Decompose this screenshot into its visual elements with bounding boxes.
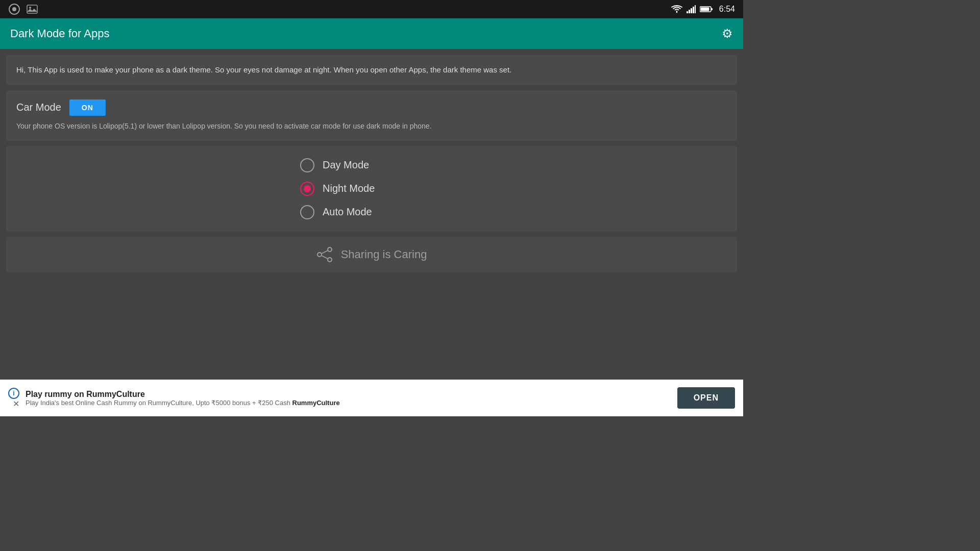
svg-rect-2 <box>27 5 37 13</box>
svg-rect-5 <box>687 11 688 13</box>
svg-line-16 <box>322 251 328 254</box>
auto-mode-label: Auto Mode <box>323 206 372 218</box>
ad-banner: i ✕ Play rummy on RummyCulture Play Indi… <box>0 380 743 416</box>
main-content: Hi, This App is used to make your phone … <box>0 49 743 279</box>
status-bar-right-icons: 6:54 <box>671 5 735 14</box>
night-mode-radio[interactable] <box>300 182 314 196</box>
settings-icon[interactable]: ⚙ <box>722 27 733 41</box>
night-mode-label: Night Mode <box>323 183 375 194</box>
wifi-icon <box>671 5 682 13</box>
ad-description: Play India's best Online Cash Rummy on R… <box>26 399 671 407</box>
auto-mode-radio[interactable] <box>300 205 314 219</box>
ad-open-button[interactable]: OPEN <box>677 387 735 409</box>
svg-point-13 <box>328 247 332 252</box>
svg-rect-9 <box>695 5 696 13</box>
day-mode-radio[interactable] <box>300 158 314 172</box>
mode-selection-card: Day Mode Night Mode Auto Mode <box>6 146 737 232</box>
signal-icon <box>687 5 696 13</box>
svg-rect-11 <box>711 8 713 10</box>
ad-close-icon[interactable]: ✕ <box>13 399 19 409</box>
day-mode-label: Day Mode <box>323 159 369 171</box>
ad-text-area: Play rummy on RummyCulture Play India's … <box>26 390 671 407</box>
auto-mode-option[interactable]: Auto Mode <box>300 205 443 219</box>
night-mode-radio-inner <box>304 185 311 192</box>
status-time: 6:54 <box>719 5 735 14</box>
svg-rect-12 <box>700 8 709 11</box>
ad-brand: RummyCulture <box>292 399 340 407</box>
car-mode-row: Car Mode ON <box>16 99 727 116</box>
car-mode-label: Car Mode <box>16 102 61 113</box>
description-text: Hi, This App is used to make your phone … <box>16 64 727 76</box>
car-mode-card: Car Mode ON Your phone OS version is Lol… <box>6 90 737 141</box>
night-mode-option[interactable]: Night Mode <box>300 182 443 196</box>
app-toolbar: Dark Mode for Apps ⚙ <box>0 18 743 49</box>
status-bar-left-icons <box>8 3 38 15</box>
svg-rect-7 <box>691 8 692 13</box>
ad-info-icon: i <box>8 388 19 399</box>
sharing-text: Sharing is Caring <box>341 248 427 261</box>
description-card: Hi, This App is used to make your phone … <box>6 55 737 85</box>
day-mode-option[interactable]: Day Mode <box>300 158 443 172</box>
car-mode-toggle[interactable]: ON <box>69 99 106 116</box>
svg-marker-4 <box>27 9 37 12</box>
battery-icon <box>700 6 713 13</box>
svg-rect-8 <box>693 7 694 13</box>
share-icon <box>316 247 333 262</box>
svg-point-3 <box>29 7 31 9</box>
app-title: Dark Mode for Apps <box>10 27 109 40</box>
svg-point-14 <box>328 258 332 262</box>
nav-circle-icon <box>8 3 20 15</box>
svg-rect-6 <box>689 10 690 13</box>
svg-point-15 <box>317 253 322 257</box>
status-bar: 6:54 <box>0 0 743 18</box>
image-icon <box>27 5 38 14</box>
svg-point-1 <box>12 7 16 11</box>
sharing-card[interactable]: Sharing is Caring <box>6 237 737 272</box>
ad-title: Play rummy on RummyCulture <box>26 390 671 399</box>
car-mode-description: Your phone OS version is Lolipop(5.1) or… <box>16 121 727 132</box>
svg-line-17 <box>322 256 328 259</box>
